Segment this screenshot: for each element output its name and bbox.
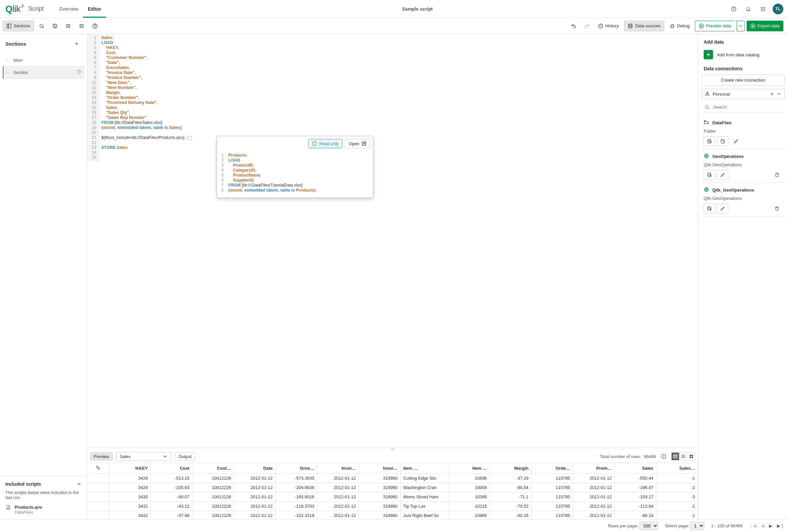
tab-editor[interactable]: Editor bbox=[83, 0, 106, 18]
add-from-catalog[interactable]: Add from data catalog bbox=[702, 48, 785, 61]
section-item[interactable]: Main bbox=[3, 54, 84, 66]
column-header[interactable]: Gros… bbox=[276, 463, 317, 474]
sections-button[interactable]: Sections bbox=[3, 21, 34, 31]
redo-button[interactable] bbox=[581, 21, 593, 31]
svg-point-25 bbox=[7, 60, 7, 60]
table-row: 3428-513.15100122262012-01-12-573.383520… bbox=[87, 474, 698, 483]
svg-point-28 bbox=[8, 60, 8, 60]
conn-action-insert[interactable] bbox=[717, 136, 728, 146]
connection-entry: Qlik_GeoOperations Qlik GeoOperations bbox=[702, 183, 785, 217]
search-button[interactable] bbox=[36, 21, 47, 31]
pager-next[interactable]: ▶ bbox=[769, 523, 772, 528]
add-section-button[interactable] bbox=[72, 39, 82, 49]
svg-point-37 bbox=[314, 144, 315, 145]
preview-data-button[interactable]: Preview data bbox=[695, 21, 734, 31]
preview-table-select[interactable]: Sales bbox=[116, 452, 171, 461]
conn-action-edit[interactable] bbox=[717, 204, 728, 213]
column-header[interactable]: Sales bbox=[615, 463, 656, 474]
history-button[interactable]: History bbox=[595, 21, 622, 31]
bell-icon[interactable] bbox=[743, 4, 753, 14]
output-button[interactable]: Output bbox=[175, 452, 195, 461]
page-select[interactable]: 1 bbox=[690, 522, 704, 530]
view-grid[interactable] bbox=[687, 452, 695, 461]
connection-entry: DataFiles Folder bbox=[702, 116, 785, 149]
export-data-button[interactable]: Export data bbox=[747, 21, 784, 31]
conn-action-edit[interactable] bbox=[717, 170, 728, 180]
create-connection-button[interactable]: Create new connection bbox=[702, 75, 785, 86]
indent-button[interactable] bbox=[63, 21, 74, 31]
column-header[interactable]: Date bbox=[234, 463, 276, 474]
undo-button[interactable] bbox=[568, 21, 579, 31]
pager-last[interactable]: ▶❘ bbox=[777, 523, 784, 528]
include-preview-popup: Read only Open 12345678 Products:LOAD Pr… bbox=[217, 136, 373, 198]
folder-icon bbox=[704, 120, 709, 126]
code-editor[interactable]: 1234567891011121314151617181920212223242… bbox=[87, 34, 698, 448]
table-row: 3432-37.98100122262012-01-12-102.3319201… bbox=[87, 511, 698, 520]
total-rows-value: 96466 bbox=[644, 454, 656, 459]
debug-button[interactable]: Debug bbox=[666, 21, 693, 31]
chevron-down-icon[interactable] bbox=[776, 91, 782, 97]
conn-action-select[interactable] bbox=[704, 204, 715, 213]
included-script-entry[interactable]: Products.qvsDataFiles bbox=[5, 505, 82, 515]
column-header[interactable]: Sales… bbox=[656, 463, 698, 474]
help-icon[interactable] bbox=[729, 4, 739, 14]
svg-rect-7 bbox=[764, 8, 765, 9]
view-table[interactable] bbox=[671, 452, 679, 461]
column-header[interactable]: Prom… bbox=[573, 463, 615, 474]
column-header[interactable]: Item … bbox=[400, 463, 448, 474]
column-header[interactable]: Cost bbox=[151, 463, 192, 474]
column-header[interactable]: %KEY bbox=[109, 463, 151, 474]
column-header[interactable]: Invoi… bbox=[317, 463, 359, 474]
rows-per-page-select[interactable]: 100 bbox=[639, 522, 658, 530]
column-header[interactable]: Cust… bbox=[192, 463, 234, 474]
apps-icon[interactable] bbox=[758, 4, 768, 14]
connection-search[interactable] bbox=[702, 102, 785, 112]
add-data-title: Add data bbox=[704, 39, 783, 45]
pager-first[interactable]: ❘◀ bbox=[749, 523, 756, 528]
tab-overview[interactable]: Overview bbox=[54, 0, 83, 18]
svg-rect-44 bbox=[689, 457, 691, 458]
pager: Rows per page: 100 Select page: 1 1 - 10… bbox=[0, 519, 788, 532]
conn-action-select[interactable] bbox=[704, 136, 715, 146]
svg-point-53 bbox=[708, 207, 711, 208]
svg-rect-42 bbox=[689, 455, 691, 456]
column-header[interactable]: Orde… bbox=[531, 463, 573, 474]
avatar[interactable]: TL bbox=[773, 4, 783, 14]
open-snippet-button[interactable]: Open bbox=[345, 139, 370, 148]
clear-space[interactable]: ✕ bbox=[770, 91, 774, 97]
preview-button[interactable]: Preview bbox=[90, 452, 113, 461]
column-header[interactable]: Item … bbox=[448, 463, 490, 474]
conn-action-edit-ghost[interactable] bbox=[730, 136, 742, 146]
table-row: 3431-43.12100122262012-01-12-118.3703201… bbox=[87, 502, 698, 511]
delete-section-button[interactable] bbox=[76, 69, 82, 76]
column-header[interactable]: Invoi… bbox=[359, 463, 400, 474]
include-expand-icon[interactable]: ⋯ bbox=[187, 136, 192, 140]
included-header[interactable]: Included scripts bbox=[5, 482, 82, 487]
drag-handle-icon[interactable] bbox=[5, 57, 10, 63]
section-list: Main Section bbox=[0, 51, 87, 82]
total-rows-label: Total number of rows: bbox=[600, 454, 641, 459]
sort-column[interactable] bbox=[87, 463, 109, 474]
drag-handle-icon[interactable] bbox=[5, 70, 10, 75]
conn-action-delete[interactable] bbox=[771, 170, 783, 180]
preview-data-dropdown[interactable] bbox=[737, 21, 745, 31]
conn-action-select[interactable] bbox=[704, 170, 715, 180]
data-sources-button[interactable]: Data sources bbox=[624, 21, 664, 31]
svg-point-48 bbox=[708, 139, 711, 141]
pager-prev[interactable]: ◀ bbox=[761, 523, 764, 528]
outdent-button[interactable] bbox=[76, 21, 87, 31]
section-item[interactable]: Section bbox=[3, 66, 84, 79]
search-icon bbox=[704, 105, 710, 110]
svg-point-26 bbox=[7, 61, 7, 61]
preview-info-icon[interactable] bbox=[659, 451, 669, 462]
comment-toggle-button[interactable] bbox=[49, 21, 61, 31]
logo: Qlik® bbox=[5, 4, 24, 14]
toolbar-help-button[interactable] bbox=[89, 21, 101, 31]
search-input[interactable] bbox=[712, 104, 782, 110]
conn-action-delete[interactable] bbox=[771, 204, 783, 213]
svg-point-49 bbox=[721, 139, 724, 141]
column-header[interactable]: Margin bbox=[490, 463, 531, 474]
svg-point-18 bbox=[629, 24, 632, 25]
view-list[interactable] bbox=[679, 452, 687, 461]
space-select[interactable]: Personal ✕ bbox=[702, 89, 785, 99]
